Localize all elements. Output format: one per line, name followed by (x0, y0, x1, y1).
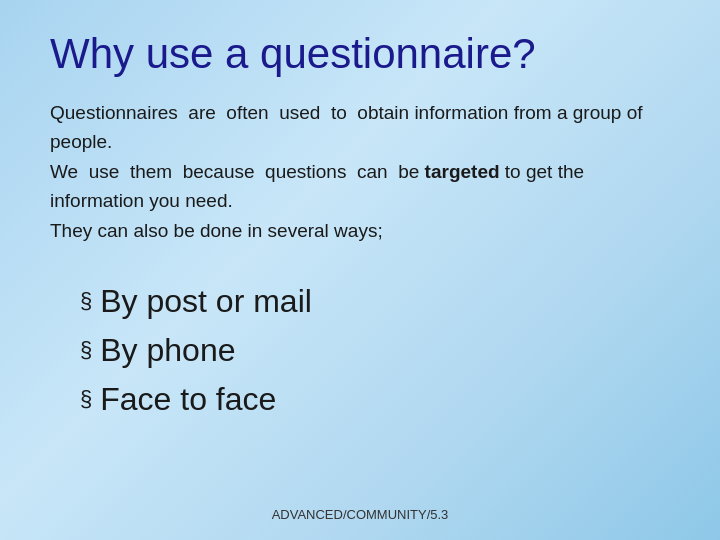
bullet-item-3: § Face to face (80, 377, 670, 422)
footer-label: ADVANCED/COMMUNITY/5.3 (0, 507, 720, 522)
slide-title: Why use a questionnaire? (50, 30, 670, 78)
bullet-symbol-2: § (80, 335, 92, 366)
bullet-list: § By post or mail § By phone § Face to f… (50, 279, 670, 425)
bullet-item-2: § By phone (80, 328, 670, 373)
paragraph-2: We use them because questions can be tar… (50, 161, 584, 211)
bullet-symbol-3: § (80, 384, 92, 415)
bullet-label-2: By phone (100, 328, 235, 373)
bullet-label-1: By post or mail (100, 279, 312, 324)
paragraph-1: Questionnaires are often used to obtain … (50, 102, 643, 152)
bullet-label-3: Face to face (100, 377, 276, 422)
body-text-block: Questionnaires are often used to obtain … (50, 98, 670, 245)
paragraph-3: They can also be done in several ways; (50, 220, 383, 241)
bullet-symbol-1: § (80, 286, 92, 317)
bullet-item-1: § By post or mail (80, 279, 670, 324)
